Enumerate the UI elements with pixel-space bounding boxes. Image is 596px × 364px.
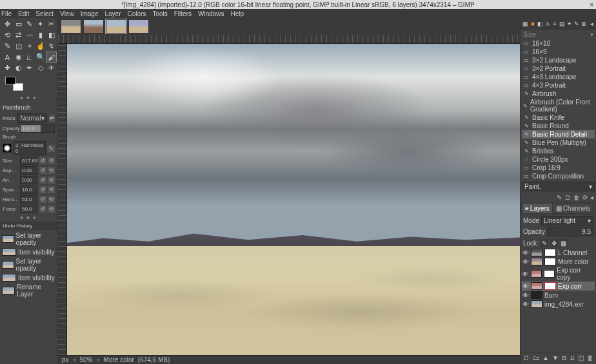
- undo-item[interactable]: Set layer opacity: [1, 231, 56, 247]
- force-input[interactable]: 50.0: [20, 205, 37, 213]
- layer-duplicate-icon[interactable]: ⧉: [562, 354, 566, 362]
- menu-view[interactable]: View: [60, 10, 74, 17]
- airbrush-tool[interactable]: ✈: [46, 63, 56, 73]
- preset-item[interactable]: ✎Basic Round: [522, 122, 595, 130]
- preset-item[interactable]: ○Circle 200px: [522, 155, 595, 164]
- text-tool[interactable]: A: [3, 52, 12, 62]
- preset-item[interactable]: ▭4×3 Portrait: [522, 81, 595, 90]
- preset-new-icon[interactable]: 🗋: [564, 194, 571, 201]
- preset-item[interactable]: ✎Blue Pen (Multiply): [522, 139, 595, 147]
- layer-thumb[interactable]: [531, 258, 542, 265]
- preset-delete-icon[interactable]: 🗑: [573, 194, 580, 201]
- preset-item[interactable]: ▭Crop Composition: [522, 172, 595, 180]
- layer-row[interactable]: 👁img_4284.exr: [522, 300, 595, 309]
- crop-tool[interactable]: ✂: [46, 19, 56, 29]
- layer-thumb[interactable]: [531, 300, 542, 308]
- layer-row[interactable]: 👁Burn: [522, 291, 595, 300]
- hardness-reset-icon[interactable]: ↺: [39, 196, 46, 203]
- layer-name[interactable]: More color: [558, 258, 588, 265]
- unit-select[interactable]: px: [62, 356, 69, 363]
- layer-name[interactable]: Burn: [544, 292, 558, 299]
- menu-filters[interactable]: Filters: [174, 10, 192, 17]
- warp-tool[interactable]: 〰: [25, 30, 34, 40]
- size-link-icon[interactable]: ⟲: [48, 157, 55, 164]
- dodge-tool[interactable]: ◐: [14, 63, 23, 73]
- menu-edit[interactable]: Edit: [18, 10, 29, 17]
- preset-menu-icon[interactable]: ◂: [590, 194, 593, 201]
- zoom-select[interactable]: 50%: [80, 356, 93, 363]
- layer-mask-thumb[interactable]: [544, 270, 555, 278]
- size-input[interactable]: 617.69: [20, 157, 37, 165]
- tab-channels[interactable]: ▦ Channels: [553, 204, 593, 213]
- lock-alpha-icon[interactable]: ▦: [560, 239, 568, 247]
- measure-tool[interactable]: ⟀: [25, 52, 34, 62]
- layer-mask-thumb[interactable]: [544, 249, 556, 256]
- preset-item[interactable]: ✎Basic Knife: [522, 113, 595, 122]
- fuzzy-select-tool[interactable]: ✦: [35, 19, 45, 29]
- size-reset-icon[interactable]: ↺: [39, 157, 46, 164]
- document-tab-icon[interactable]: 🗎: [581, 21, 587, 28]
- preset-item[interactable]: ✎Airbrush (Color From Gradient): [522, 98, 595, 113]
- layer-thumb[interactable]: [531, 282, 542, 290]
- layer-group-icon[interactable]: 🗂: [533, 354, 539, 362]
- spacing-link-icon[interactable]: ⟲: [48, 186, 55, 193]
- layer-mask-icon[interactable]: ◫: [578, 354, 584, 362]
- layer-thumb[interactable]: [531, 270, 542, 278]
- heal-tool[interactable]: ✚: [3, 63, 12, 73]
- ruler-vertical[interactable]: [58, 44, 67, 355]
- lock-pixels-icon[interactable]: ✎: [541, 239, 548, 247]
- preset-item[interactable]: ▭3×2 Landscape: [522, 56, 595, 64]
- preset-sort-label[interactable]: Size: [523, 31, 535, 38]
- palette-tab-icon[interactable]: ▤: [559, 21, 565, 28]
- angle-reset-icon[interactable]: ↺: [39, 177, 46, 184]
- visibility-icon[interactable]: 👁: [522, 292, 529, 299]
- layer-name[interactable]: L Channel: [558, 249, 587, 256]
- brush-preview[interactable]: [3, 144, 12, 153]
- options-drag-handle[interactable]: ◂ ● ▸: [3, 215, 55, 220]
- visibility-icon[interactable]: 👁: [522, 283, 529, 290]
- flip-tool[interactable]: ⇄: [14, 30, 23, 40]
- patterns-tab-icon[interactable]: ■: [530, 21, 535, 28]
- layer-row[interactable]: 👁Exp corr copy: [522, 266, 595, 282]
- gradient-tool[interactable]: ◧: [46, 30, 56, 40]
- tab-layers[interactable]: ≡ Layers: [522, 204, 552, 213]
- preset-item[interactable]: ✎Bristles: [522, 147, 595, 155]
- visibility-icon[interactable]: 👁: [522, 258, 529, 265]
- force-reset-icon[interactable]: ↺: [39, 206, 46, 213]
- rotate-tool[interactable]: ⟲: [3, 30, 12, 40]
- ruler-horizontal[interactable]: [58, 35, 520, 44]
- preset-edit-icon[interactable]: ✎: [557, 194, 562, 201]
- rect-select-tool[interactable]: ▭: [14, 19, 23, 29]
- layer-thumb[interactable]: [531, 249, 542, 256]
- undo-item[interactable]: Item visibility: [1, 273, 56, 282]
- preset-item[interactable]: ▭Crop 16:9: [522, 164, 595, 172]
- layer-down-icon[interactable]: ▼: [552, 354, 559, 362]
- aspect-reset-icon[interactable]: ↺: [39, 167, 46, 174]
- menu-tools[interactable]: Tools: [152, 10, 167, 17]
- hardness-link-icon[interactable]: ⟲: [48, 196, 55, 203]
- angle-link-icon[interactable]: ⟲: [48, 177, 55, 184]
- layer-name[interactable]: Exp corr: [558, 283, 582, 290]
- menu-image[interactable]: Image: [81, 10, 99, 17]
- layer-name[interactable]: img_4284.exr: [544, 301, 584, 308]
- menu-layer[interactable]: Layer: [104, 10, 121, 17]
- free-select-tool[interactable]: ✎: [25, 19, 34, 29]
- ink-tool[interactable]: ✒: [25, 63, 34, 73]
- bucket-tool[interactable]: ▮: [35, 30, 45, 40]
- visibility-icon[interactable]: 👁: [522, 301, 529, 308]
- eraser-tool[interactable]: ◫: [14, 41, 23, 51]
- preset-item[interactable]: ▭4×3 Landscape: [522, 73, 595, 81]
- fg-color-swatch[interactable]: [5, 77, 15, 84]
- image-tab-active[interactable]: [106, 19, 126, 34]
- spacing-reset-icon[interactable]: ↺: [39, 186, 46, 193]
- layer-new-icon[interactable]: 🗋: [523, 354, 530, 362]
- undo-item[interactable]: Rename Layer: [1, 283, 56, 298]
- image-tab[interactable]: [83, 19, 104, 34]
- image-tab[interactable]: [61, 19, 81, 34]
- image-tab[interactable]: [128, 19, 149, 34]
- path-tool[interactable]: ↯: [46, 41, 56, 51]
- undo-item[interactable]: Item visibility: [1, 247, 56, 256]
- color-picker-tool[interactable]: ◉: [14, 52, 23, 62]
- layer-name[interactable]: Exp corr copy: [557, 267, 595, 281]
- menu-colors[interactable]: Colors: [127, 10, 146, 17]
